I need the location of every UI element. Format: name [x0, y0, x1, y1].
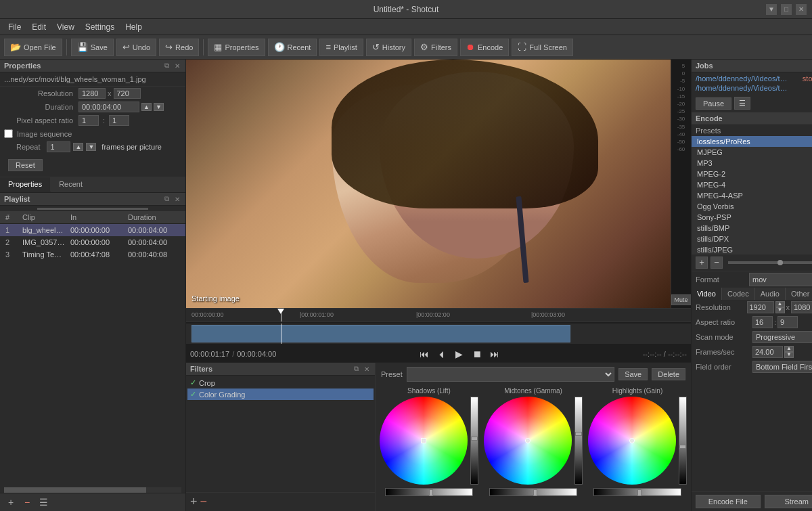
format-select[interactable]: mov — [749, 273, 812, 286]
encode-slider[interactable] — [728, 261, 812, 264]
win-maximize[interactable]: □ — [781, 4, 792, 15]
fullscreen-button[interactable]: ⛶ Full Screen — [512, 39, 573, 56]
undo-button[interactable]: ↩ Undo — [116, 39, 156, 56]
history-button[interactable]: ↺ History — [366, 39, 411, 56]
playlist-row-3[interactable]: 3 Timing Testsl... 00:00:47:08 00:00:40:… — [0, 248, 185, 261]
midtones-bottom-slider[interactable] — [489, 488, 577, 496]
redo-button[interactable]: ↪ Redo — [159, 39, 199, 56]
transport-skip-start[interactable]: ⏮ — [417, 347, 432, 361]
encode-tab-codec[interactable]: Codec — [722, 288, 755, 300]
filters-remove-btn[interactable]: − — [200, 495, 208, 509]
filters-close-btn[interactable]: ✕ — [363, 365, 371, 373]
playlist-button[interactable]: ≡ Playlist — [319, 39, 363, 56]
encode-tab-audio[interactable]: Audio — [755, 288, 786, 300]
job1-file[interactable]: /home/ddennedy/Videos/test.mov — [696, 74, 790, 83]
midtones-slider[interactable] — [574, 397, 583, 485]
aspect-w[interactable] — [752, 316, 773, 328]
resolution-w-input[interactable] — [78, 88, 106, 99]
encode-tab-video[interactable]: Video — [692, 288, 722, 300]
fps-down[interactable]: ▼ — [784, 352, 794, 358]
properties-float-btn[interactable]: ⧉ — [163, 62, 171, 70]
playlist-close-btn[interactable]: ✕ — [173, 195, 181, 203]
tl-clip-1[interactable] — [191, 325, 570, 342]
preset-bmp[interactable]: stills/BMP — [692, 223, 812, 234]
save-button[interactable]: 💾 Save — [71, 39, 114, 56]
preset-mpeg4asp[interactable]: MPEG-4-ASP — [692, 190, 812, 201]
win-close[interactable]: ✕ — [796, 4, 807, 15]
scan-select[interactable]: Progressive — [752, 331, 812, 343]
encode-button[interactable]: ⏺ Encode — [460, 39, 509, 56]
image-sequence-checkbox[interactable] — [4, 129, 13, 138]
highlights-slider[interactable] — [679, 397, 687, 485]
transport-play[interactable]: ▶ — [452, 347, 467, 361]
highlights-bottom-slider[interactable] — [593, 488, 681, 496]
jobs-menu-btn[interactable]: ☰ — [734, 97, 750, 110]
filters-button[interactable]: ⚙ Filters — [414, 39, 457, 56]
shadows-wheel[interactable] — [380, 397, 468, 485]
encode-res-h[interactable] — [791, 301, 812, 313]
pixel-h-input[interactable] — [109, 115, 129, 126]
playlist-menu-btn[interactable]: ☰ — [37, 495, 50, 509]
preset-dpx[interactable]: stills/DPX — [692, 234, 812, 244]
preset-mpeg4[interactable]: MPEG-4 — [692, 179, 812, 190]
open-file-button[interactable]: 📂 Open File — [4, 39, 62, 56]
menu-file[interactable]: File — [3, 21, 26, 33]
filters-float-btn[interactable]: ⧉ — [353, 365, 360, 373]
encode-remove-btn[interactable]: − — [710, 257, 723, 269]
playlist-remove-btn[interactable]: − — [20, 495, 34, 509]
encode-add-btn[interactable]: + — [696, 257, 708, 269]
menu-settings[interactable]: Settings — [80, 21, 120, 33]
filter-color-grading[interactable]: ✓ Color Grading — [187, 388, 374, 400]
encode-stream-btn[interactable]: Stream — [765, 495, 813, 508]
field-order-select[interactable]: Bottom Field First — [752, 361, 812, 373]
fps-input[interactable] — [752, 346, 783, 358]
timeline-ruler[interactable]: 00:00:00:00 |00:00:01:00 |00:00:02:00 |0… — [186, 309, 691, 322]
preset-mpeg2[interactable]: MPEG-2 — [692, 169, 812, 179]
properties-button[interactable]: ▦ Properties — [208, 39, 265, 56]
playlist-row-2[interactable]: 2 IMG_0357.JPG 00:00:00:00 00:00:04:00 — [0, 236, 185, 248]
playlist-row-1[interactable]: 1 blg_wheels_... 00:00:00:00 00:00:04:00 — [0, 224, 185, 236]
playlist-float-btn[interactable]: ⧉ — [163, 195, 171, 203]
menu-view[interactable]: View — [51, 21, 80, 33]
duration-input[interactable] — [78, 102, 139, 112]
jobs-pause-btn[interactable]: Pause — [696, 97, 731, 110]
aspect-h[interactable] — [777, 316, 798, 328]
preset-ogg[interactable]: Ogg Vorbis — [692, 201, 812, 212]
duration-down-btn[interactable]: ▼ — [154, 103, 164, 111]
highlights-wheel[interactable] — [588, 397, 676, 485]
res-w-down[interactable]: ▼ — [775, 307, 785, 313]
repeat-down-btn[interactable]: ▼ — [86, 143, 96, 151]
win-minimize[interactable]: ▼ — [766, 4, 777, 15]
pixel-w-input[interactable] — [78, 115, 99, 126]
properties-close-btn[interactable]: ✕ — [173, 62, 181, 70]
filters-add-btn[interactable]: + — [190, 495, 198, 509]
cg-save-btn[interactable]: Save — [618, 368, 648, 380]
encode-res-w[interactable] — [747, 301, 774, 313]
shadows-bottom-slider[interactable] — [385, 488, 473, 496]
encode-file-btn[interactable]: Encode File — [696, 495, 761, 508]
transport-prev-frame[interactable]: ⏴ — [434, 347, 449, 361]
preset-psp[interactable]: Sony-PSP — [692, 212, 812, 223]
tab-properties[interactable]: Properties — [0, 177, 51, 192]
mute-button[interactable]: Mute — [671, 294, 692, 305]
playlist-add-btn[interactable]: + — [4, 495, 18, 509]
preset-mp3[interactable]: MP3 — [692, 158, 812, 169]
encode-tab-other[interactable]: Other — [786, 288, 812, 300]
job2-file[interactable]: /home/ddennedy/Videos/test.mov — [696, 84, 790, 92]
transport-stop[interactable]: ⏹ — [470, 347, 484, 361]
cg-preset-select[interactable] — [407, 367, 614, 382]
shadows-slider[interactable] — [470, 397, 478, 485]
playlist-scrollbar[interactable] — [4, 487, 181, 493]
resolution-h-input[interactable] — [114, 88, 141, 99]
repeat-up-btn[interactable]: ▲ — [73, 143, 83, 151]
tab-recent[interactable]: Recent — [51, 177, 91, 192]
midtones-wheel[interactable] — [484, 397, 572, 485]
cg-delete-btn[interactable]: Delete — [652, 368, 685, 380]
transport-skip-end[interactable]: ⏭ — [487, 347, 502, 361]
duration-up-btn[interactable]: ▲ — [141, 103, 152, 111]
menu-edit[interactable]: Edit — [26, 21, 51, 33]
recent-button[interactable]: 🕐 Recent — [268, 39, 317, 56]
filter-crop[interactable]: ✓ Crop — [187, 377, 374, 388]
preset-mjpeg[interactable]: MJPEG — [692, 147, 812, 158]
repeat-input[interactable] — [47, 141, 70, 152]
